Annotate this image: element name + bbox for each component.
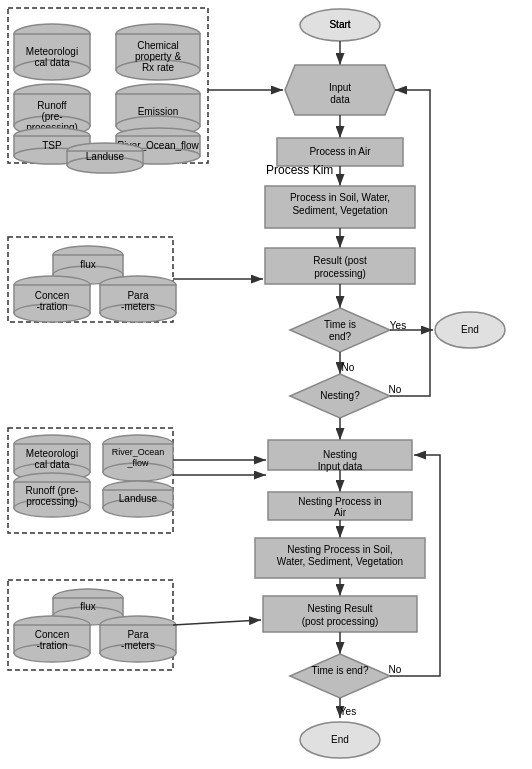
nesting-input-label2: Input data (318, 461, 363, 472)
process-air-label: Process in Air (309, 146, 371, 157)
yes-label-2: Yes (340, 706, 356, 717)
end-2-label: End (331, 734, 349, 745)
runoff2-label: Runoff (pre- (25, 485, 78, 496)
nesting-input-label: Nesting (323, 449, 357, 460)
met-data-label: Meteorologi (26, 46, 78, 57)
params-label2: -meters (121, 301, 155, 312)
nesting-result-label2: (post processing) (302, 616, 379, 627)
arrow-box4-nesting-result (173, 620, 261, 625)
no-label-3: No (389, 664, 402, 675)
time-end-1-label2: end? (329, 331, 352, 342)
end-1-label: End (461, 324, 479, 335)
nesting-result-label: Nesting Result (307, 603, 372, 614)
met-data-label2: cal data (34, 57, 69, 68)
river2-label2: _flow (126, 458, 149, 468)
landuse2-label: Landuse (119, 493, 158, 504)
met2-label: Meteorologi (26, 448, 78, 459)
runoff2-label2: processing) (26, 496, 78, 507)
conc-label2: -tration (36, 301, 67, 312)
conc2-label: Concen (35, 629, 69, 640)
landuse-label: Landuse (86, 151, 125, 162)
diagram-container: Meteorologi cal data Chemical property &… (0, 0, 532, 769)
chem-label3: Rx rate (142, 62, 175, 73)
params-label: Para (127, 290, 149, 301)
no-label-1: No (342, 362, 355, 373)
nesting-label: Nesting? (320, 390, 360, 401)
process-soil-label: Process in Soil, Water, (290, 192, 390, 203)
arrow-nesting-no-loop (390, 90, 430, 396)
params2-label2: -meters (121, 640, 155, 651)
time-end-2-label: Time is end? (312, 665, 369, 676)
result-label2: processing) (314, 268, 366, 279)
tsp-label: TSP (42, 140, 62, 151)
runoff-label: Runoff (37, 100, 67, 111)
conc2-label2: -tration (36, 640, 67, 651)
yes-label-1: Yes (390, 320, 406, 331)
process-kim-title: Process Kim (266, 163, 333, 177)
chem-label: Chemical (137, 40, 179, 51)
svg-text:Start: Start (329, 19, 350, 30)
time-end-2-shape (290, 654, 390, 698)
result-label: Result (post (313, 255, 367, 266)
flux2-label: flux (80, 601, 96, 612)
params2-label: Para (127, 629, 149, 640)
river2-label: River_Ocean (112, 447, 165, 457)
nesting-soil-label: Nesting Process in Soil, (287, 544, 393, 555)
input-data-label: Input (329, 82, 351, 93)
met2-label2: cal data (34, 459, 69, 470)
chem-label2: property & (135, 51, 181, 62)
flux-label: flux (80, 259, 96, 270)
process-soil-label2: Sediment, Vegetation (292, 205, 387, 216)
runoff-label2: (pre- (41, 111, 62, 122)
emission-label: Emission (138, 106, 179, 117)
nesting-air-label: Nesting Process in (298, 496, 381, 507)
time-end-1-label: Time is (324, 319, 356, 330)
no-label-2: No (389, 384, 402, 395)
nesting-soil-label2: Water, Sediment, Vegetation (277, 556, 403, 567)
input-data-label2: data (330, 94, 350, 105)
conc-label: Concen (35, 290, 69, 301)
nesting-air-label2: Air (334, 507, 347, 518)
